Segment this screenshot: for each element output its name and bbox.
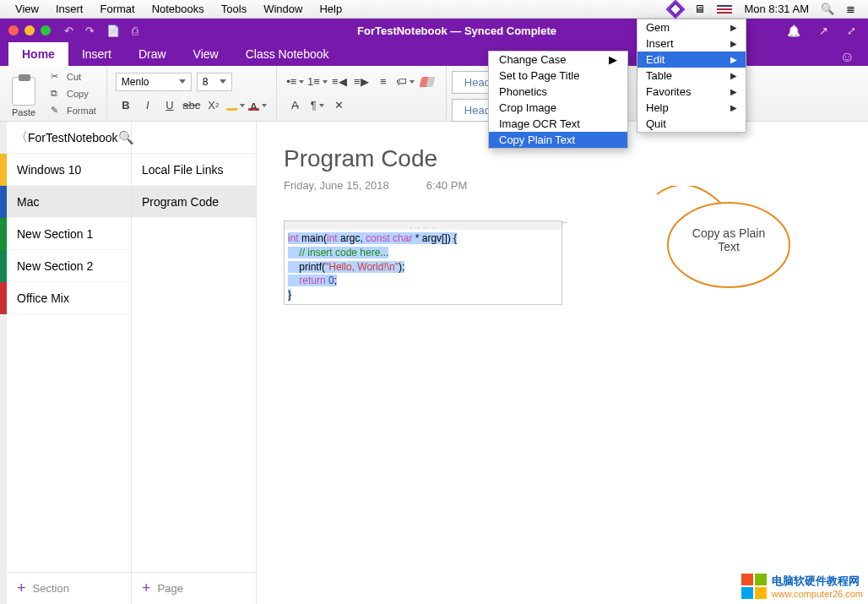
code-body[interactable]: int main(int argc, const char * argv[]) … — [285, 230, 561, 304]
menubar-item[interactable]: View — [7, 0, 47, 18]
redo-icon[interactable] — [85, 24, 95, 37]
add-section-button[interactable]: +Section — [7, 572, 131, 604]
strikethrough-button[interactable]: abc — [182, 96, 202, 115]
close-window-icon[interactable] — [8, 25, 19, 35]
undo-icon[interactable] — [64, 24, 73, 37]
outdent-button[interactable]: ≡◀ — [329, 73, 350, 91]
chevron-down-icon — [220, 79, 226, 84]
macos-menubar: View Insert Format Notebooks Tools Windo… — [0, 0, 868, 19]
code-container[interactable]: ↔ . . . . int main(int argc, const char … — [284, 220, 562, 305]
menubar-item[interactable]: Insert — [47, 0, 92, 18]
gem-menu-item[interactable]: Table▶ — [637, 68, 746, 84]
clear-format-button[interactable]: A̶ — [285, 96, 306, 115]
page-date: Friday, June 15, 2018 — [284, 179, 389, 192]
menubar-item[interactable]: Format — [91, 0, 143, 18]
back-icon[interactable]: 〈 — [15, 129, 28, 145]
page-item[interactable]: Program Code — [132, 186, 256, 218]
section-color-strip — [0, 122, 7, 604]
chevron-down-icon — [179, 79, 186, 84]
subscript-button[interactable]: X2 — [203, 96, 224, 115]
share-icon[interactable] — [819, 24, 828, 37]
notebook-title[interactable]: ForTestNotebook — [28, 131, 118, 144]
gem-menu-item[interactable]: Quit — [637, 116, 746, 132]
section-item[interactable]: Office Mix — [7, 282, 131, 314]
container-drag-handle[interactable]: . . . . — [285, 221, 561, 230]
menubar-item[interactable]: Help — [311, 0, 350, 18]
ribbon-tab-class-notebook[interactable]: Class Notebook — [232, 42, 343, 66]
menubar-item[interactable]: Tools — [213, 0, 255, 18]
gem-menubar-icon[interactable] — [663, 3, 688, 16]
gem-menu-item[interactable]: Edit▶ — [637, 52, 746, 68]
notifications-icon[interactable] — [787, 24, 800, 37]
page-title[interactable]: Program Code — [284, 145, 841, 172]
plus-icon: + — [142, 580, 151, 597]
cut-button[interactable]: Cut — [47, 69, 100, 84]
align-button[interactable]: ≡ — [373, 73, 393, 91]
highlight-button[interactable] — [225, 96, 246, 115]
bold-button[interactable]: B — [116, 96, 136, 115]
eraser-button[interactable] — [417, 73, 437, 91]
gem-menu-item[interactable]: Gem▶ — [637, 19, 746, 35]
zoom-window-icon[interactable] — [41, 25, 51, 35]
font-size-value: 8 — [203, 76, 209, 88]
submenu-item[interactable]: Set to Page Title — [489, 68, 627, 84]
paste-button[interactable]: Paste — [3, 69, 44, 117]
submenu-item[interactable]: Phonetics — [489, 84, 627, 100]
print-icon[interactable] — [132, 24, 138, 37]
menubar-item[interactable]: Window — [255, 0, 311, 18]
styles-button[interactable]: ¶ — [307, 96, 328, 115]
resize-handle-icon[interactable]: ↔ — [561, 218, 568, 226]
pages-sidebar: . Local File Links Program Code +Page — [132, 122, 257, 604]
minimize-window-icon[interactable] — [24, 25, 35, 35]
section-item[interactable]: Mac — [7, 186, 131, 218]
delete-button[interactable]: ✕ — [329, 96, 350, 115]
scissor-icon — [51, 71, 62, 83]
submenu-item-copy-plain-text[interactable]: Copy Plain Text — [489, 132, 627, 148]
section-item[interactable]: New Section 2 — [7, 250, 131, 282]
tag-button[interactable]: 🏷 — [395, 73, 415, 91]
font-family-select[interactable]: Menlo — [116, 73, 192, 91]
menubar-item[interactable]: Notebooks — [144, 0, 213, 18]
add-page-button[interactable]: +Page — [132, 572, 256, 604]
gem-edit-submenu: Change Case▶ Set to Page Title Phonetics… — [488, 51, 628, 149]
add-page-label: Page — [158, 582, 183, 595]
file-icon[interactable] — [106, 24, 120, 37]
bullets-button[interactable]: •≡ — [285, 73, 306, 91]
italic-button[interactable]: I — [138, 96, 158, 115]
ribbon-tab-draw[interactable]: Draw — [125, 42, 180, 66]
submenu-item[interactable]: Image OCR Text — [489, 116, 627, 132]
gem-menu-item[interactable]: Help▶ — [637, 100, 746, 116]
format-painter-button[interactable]: Format — [47, 103, 100, 118]
submenu-item[interactable]: Change Case▶ — [489, 52, 627, 68]
fullscreen-icon[interactable] — [847, 24, 856, 37]
ribbon-tab-insert[interactable]: Insert — [68, 42, 125, 66]
section-item[interactable]: New Section 1 — [7, 218, 131, 250]
copy-button[interactable]: Copy — [47, 86, 100, 101]
watermark-url: www.computer26.com — [772, 589, 863, 599]
input-flag-icon[interactable] — [711, 5, 738, 14]
brush-icon — [51, 105, 62, 117]
font-size-select[interactable]: 8 — [197, 73, 232, 91]
indent-button[interactable]: ≡▶ — [351, 73, 372, 91]
underline-button[interactable]: U — [160, 96, 180, 115]
submenu-item[interactable]: Crop Image — [489, 100, 627, 116]
cut-label: Cut — [67, 72, 81, 82]
ribbon-tab-view[interactable]: View — [180, 42, 232, 66]
numbering-button[interactable]: 1≡ — [307, 73, 328, 91]
font-color-button[interactable]: A — [247, 96, 268, 115]
spotlight-icon[interactable] — [815, 3, 840, 15]
gem-menu-item[interactable]: Insert▶ — [637, 35, 746, 52]
search-icon[interactable] — [118, 130, 134, 145]
notification-center-icon[interactable] — [840, 3, 861, 15]
section-item[interactable]: Windows 10 — [7, 154, 131, 186]
page-item[interactable]: Local File Links — [132, 154, 256, 186]
menubar-clock[interactable]: Mon 8:31 AM — [738, 3, 815, 15]
chevron-right-icon: ▶ — [609, 53, 617, 66]
feedback-icon[interactable]: ☺ — [827, 49, 868, 66]
copy-icon — [51, 88, 62, 100]
display-icon[interactable] — [688, 3, 711, 15]
copy-label: Copy — [67, 89, 89, 99]
gem-menu-item[interactable]: Favorites▶ — [637, 84, 746, 100]
ribbon-tab-home[interactable]: Home — [8, 42, 68, 66]
callout-text: Copy as Plain Text — [682, 226, 775, 253]
